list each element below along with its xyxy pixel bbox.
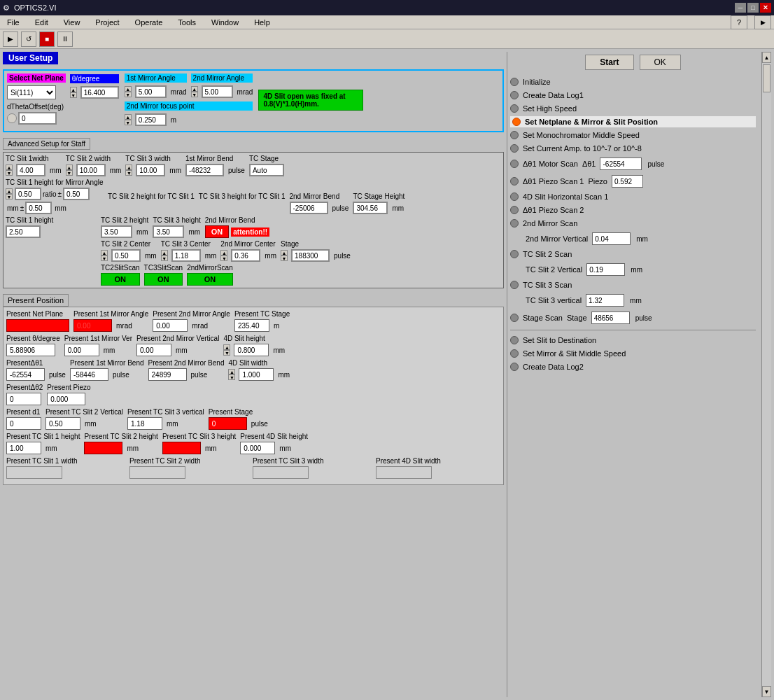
scrollbar[interactable]: ▲ ▼ [761, 52, 771, 697]
theta-spin-down[interactable]: ▼ [70, 92, 77, 98]
net-plane-select[interactable]: Si(111) Si(220) Si(311) [7, 85, 56, 99]
help-icon[interactable]: ? [731, 15, 747, 29]
pause-button[interactable]: ⏸ [57, 31, 73, 47]
s4dh-down[interactable]: ▼ [223, 350, 230, 356]
ts1w-up[interactable]: ▲ [6, 164, 13, 170]
menu-edit[interactable]: Edit [31, 18, 52, 27]
focus-spin-up[interactable]: ▲ [125, 114, 132, 120]
tc-stage-ht-val[interactable]: 304.56 [353, 202, 388, 214]
menu-project[interactable]: Project [91, 18, 123, 27]
focus-spin-down[interactable]: ▼ [125, 120, 132, 125]
slit4d-hscan-label[interactable]: 4D Slit Horizontal Scan 1 [523, 192, 608, 201]
ts3w-up[interactable]: ▲ [125, 164, 132, 170]
stage-rp-val[interactable]: 48656 [591, 312, 630, 324]
s3c-up[interactable]: ▲ [161, 250, 168, 255]
stop-button[interactable]: ■ [39, 31, 55, 47]
m2c-down[interactable]: ▼ [220, 255, 227, 261]
tc3-slit-scan-btn[interactable]: ON [144, 273, 183, 286]
theta-spin-up[interactable]: ▲ [70, 87, 77, 92]
tc-slit2-h2-val[interactable]: 3.50 [101, 225, 132, 238]
tc-slit3-scan-label[interactable]: TC Slit 3 Scan [523, 281, 572, 289]
tc-slit3-vert-val[interactable]: 1.32 [586, 294, 624, 307]
tc-slit2-vert-val[interactable]: 0.19 [586, 263, 625, 276]
dt1-piezo-scan1-label[interactable]: Δθ1 Piezo Scan 1 [523, 177, 584, 186]
tc-slit2-center-val[interactable]: 0.50 [111, 249, 141, 262]
tc2-slit-scan-btn[interactable]: ON [101, 273, 140, 286]
focus-spinner[interactable]: ▲ ▼ [125, 114, 132, 125]
tc-slit2-width-val[interactable]: 10.00 [76, 164, 106, 176]
mirror2-focus-value[interactable]: 0.250 [135, 113, 167, 126]
dt1-piezo-scan2-label[interactable]: Δθ1 Piezo Scan 2 [523, 206, 584, 214]
ok-button[interactable]: OK [640, 55, 681, 70]
s3c-down[interactable]: ▼ [161, 255, 168, 261]
s4dw-down[interactable]: ▼ [228, 374, 235, 380]
theta-degree-value[interactable]: 16.400 [80, 86, 119, 99]
m1-spinner[interactable]: ▲ ▼ [125, 86, 132, 97]
menu-tools[interactable]: Tools [174, 18, 200, 27]
tc-slit1-ht-val3[interactable]: 0.50 [25, 202, 52, 214]
mirror2-angle-value[interactable]: 5.00 [202, 85, 233, 98]
m2-spinner[interactable]: ▲ ▼ [191, 86, 198, 97]
create-log2-label[interactable]: Create Data Log2 [523, 363, 584, 371]
tc-slit3-width-val[interactable]: 10.00 [136, 164, 165, 176]
mirror1-angle-value[interactable]: 5.00 [135, 85, 167, 98]
tc-slit1-width-val[interactable]: 4.00 [16, 164, 45, 176]
m2-spin-down[interactable]: ▼ [191, 92, 198, 97]
scroll-down[interactable]: ▼ [762, 686, 771, 697]
m1-spin-up[interactable]: ▲ [125, 86, 132, 92]
menu-window[interactable]: Window [207, 18, 243, 27]
arrow-icon[interactable]: ▶ [754, 15, 771, 29]
tc-slit1-ht-val[interactable]: 0.50 [15, 188, 41, 200]
set-current-amp-label[interactable]: Set Current Amp. to 10^-7 or 10^-8 [523, 144, 642, 153]
menu-help[interactable]: Help [250, 18, 274, 27]
run-button[interactable]: ▶ [3, 31, 18, 47]
ts1hm-up[interactable]: ▲ [6, 188, 13, 194]
set-mono-label[interactable]: Set Monochromator Middle Speed [523, 131, 640, 139]
run-button2[interactable]: ↺ [21, 31, 36, 47]
ts1w-down[interactable]: ▼ [6, 170, 13, 176]
menu-view[interactable]: View [59, 18, 85, 27]
start-button[interactable]: Start [585, 55, 633, 70]
dtheta-offset-value[interactable]: 0 [18, 112, 57, 125]
set-high-speed-label[interactable]: Set High Speed [523, 104, 577, 113]
m2-bend-val[interactable]: -25006 [290, 202, 328, 214]
initialize-label[interactable]: Initialize [523, 78, 551, 86]
create-log1-label[interactable]: Create Data Log1 [523, 91, 584, 99]
s4dh-up[interactable]: ▲ [223, 344, 230, 350]
s4dw-up[interactable]: ▲ [228, 369, 235, 374]
scroll-up[interactable]: ▲ [762, 52, 771, 63]
m2-vertical-val[interactable]: 0.04 [592, 232, 631, 245]
s2c-down[interactable]: ▼ [101, 255, 108, 261]
scroll-thumb[interactable] [763, 64, 771, 92]
dt1-pulse-val[interactable]: -62554 [600, 158, 642, 170]
stg-down[interactable]: ▼ [281, 255, 288, 261]
tc-slit3-h2-val[interactable]: 3.50 [153, 225, 184, 238]
stage-val-adv[interactable]: 188300 [291, 249, 330, 262]
ts1hm-down[interactable]: ▼ [6, 194, 13, 200]
set-netplane-label[interactable]: Set Netplane & Mirror & Slit Position [525, 118, 658, 126]
m1-bend-val[interactable]: -48232 [185, 164, 224, 176]
tc-slit3-center-val[interactable]: 1.18 [171, 249, 201, 262]
menu-file[interactable]: File [3, 18, 24, 27]
maximize-button[interactable]: □ [747, 3, 759, 13]
minimize-button[interactable]: ─ [735, 3, 746, 13]
set-mirror-slit-speed-label[interactable]: Set Mirror & Slit Middle Speed [523, 349, 626, 358]
s2c-up[interactable]: ▲ [101, 250, 108, 255]
ts2w-up[interactable]: ▲ [66, 164, 73, 170]
dt1-motor-scan-label[interactable]: Δθ1 Motor Scan [523, 160, 578, 168]
tc-slit1-ht-val2[interactable]: 0.50 [63, 188, 90, 200]
scroll-track[interactable] [762, 63, 771, 686]
tc-slit2-scan-label[interactable]: TC Slit 2 Scan [523, 250, 572, 258]
m2-scan-label[interactable]: 2nd Mirror Scan [523, 219, 577, 227]
menu-operate[interactable]: Operate [131, 18, 167, 27]
m2c-up[interactable]: ▲ [220, 250, 227, 255]
m1-spin-down[interactable]: ▼ [125, 92, 132, 97]
m2-center-val[interactable]: 0.36 [231, 249, 260, 262]
stage-scan-label[interactable]: Stage Scan [523, 314, 563, 322]
m2-bend-on-btn[interactable]: ON [205, 225, 230, 238]
theta-spinner[interactable]: ▲ ▼ [70, 87, 77, 98]
piezo-val[interactable]: 0.592 [612, 175, 643, 188]
mirror2-scan-btn[interactable]: ON [187, 273, 233, 286]
close-button[interactable]: ✕ [760, 3, 771, 13]
m2-spin-up[interactable]: ▲ [191, 86, 198, 92]
